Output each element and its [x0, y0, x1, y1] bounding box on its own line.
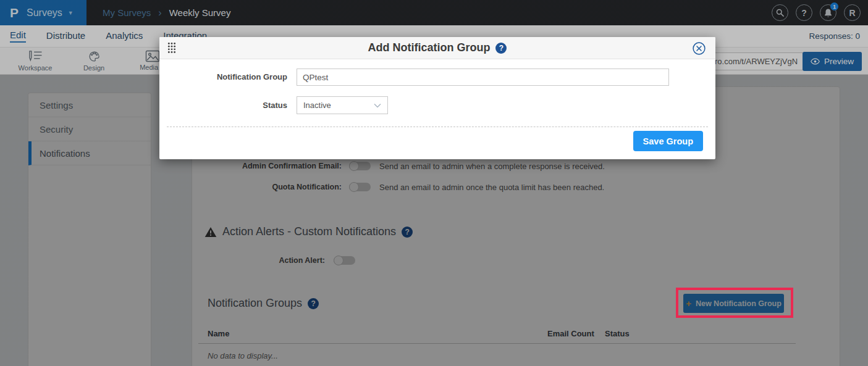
action-alert-label: Action Alert: — [192, 256, 325, 265]
eye-icon — [811, 58, 820, 65]
survey-url-input[interactable] — [709, 52, 806, 70]
admin-confirmation-toggle[interactable] — [349, 162, 371, 170]
toolbar-item-label: Design — [83, 64, 104, 72]
close-icon[interactable] — [692, 41, 706, 56]
design-palette-icon — [87, 50, 101, 63]
action-alerts-title: Action Alerts - Custom Notifications — [222, 225, 396, 238]
search-button[interactable] — [772, 4, 788, 21]
admin-confirmation-desc: Send an email to admin when a complete r… — [379, 162, 605, 171]
table-divider — [198, 343, 796, 344]
status-select-value: Inactive — [303, 101, 331, 110]
admin-confirmation-row: Admin Confirmation Email: Send an email … — [192, 159, 605, 173]
chevron-down-icon — [374, 103, 381, 108]
save-group-button[interactable]: Save Group — [633, 131, 703, 151]
breadcrumb: My Surveys › Weekly Survey — [103, 7, 230, 19]
breadcrumb-my-surveys[interactable]: My Surveys — [103, 7, 151, 18]
quota-notification-desc: Send an email to admin once the quota li… — [379, 183, 604, 192]
notifications-button[interactable]: 1 — [820, 4, 836, 21]
sidebar-item-label: Security — [40, 124, 73, 135]
toggle-knob — [349, 161, 359, 171]
sidebar-item-notifications[interactable]: Notifications — [28, 141, 151, 165]
save-group-label: Save Group — [643, 136, 693, 146]
toggle-knob — [349, 182, 359, 192]
sidebar-item-settings[interactable]: Settings — [28, 93, 151, 117]
product-label: Surveys — [27, 7, 62, 19]
help-icon: ? — [801, 8, 807, 18]
admin-confirmation-label: Admin Confirmation Email: — [192, 162, 342, 170]
workspace-icon — [27, 50, 43, 63]
modal-header: Add Notification Group ? — [159, 37, 715, 59]
warning-icon — [204, 227, 217, 238]
page: P Surveys ▼ My Surveys › Weekly Survey ?… — [0, 0, 868, 366]
action-alert-row: Action Alert: — [192, 253, 355, 268]
sidebar-item-label: Notifications — [40, 148, 90, 159]
table-header-email-count: Email Count — [547, 329, 594, 338]
search-icon — [775, 8, 785, 17]
notification-badge: 1 — [830, 2, 838, 10]
product-switcher[interactable]: P Surveys ▼ — [0, 0, 86, 25]
tab-analytics[interactable]: Analytics — [106, 30, 143, 42]
chevron-down-icon: ▼ — [68, 10, 74, 16]
avatar[interactable]: R — [844, 4, 861, 21]
questionpro-logo[interactable]: P — [10, 6, 19, 20]
avatar-initial: R — [849, 8, 855, 18]
settings-sidebar: Settings Security Notifications — [28, 93, 151, 366]
quota-notification-label: Quota Notification: — [192, 183, 342, 191]
tab-edit[interactable]: Edit — [10, 30, 26, 43]
toolbar-item-workspace[interactable]: Workspace — [9, 50, 61, 72]
table-empty-message: No data to display... — [208, 351, 278, 360]
topbar-actions: ? 1 R — [772, 4, 868, 21]
add-notification-group-modal: Add Notification Group ? Notification Gr… — [159, 37, 715, 159]
status-select[interactable]: Inactive — [297, 96, 388, 114]
help-button[interactable]: ? — [796, 4, 812, 21]
help-circle-icon[interactable]: ? — [495, 43, 507, 54]
tab-distribute[interactable]: Distribute — [46, 30, 85, 42]
quota-notification-toggle[interactable] — [349, 183, 371, 191]
notification-groups-title: Notification Groups — [208, 297, 302, 310]
status-label: Status — [159, 101, 287, 110]
annotation-highlight-box — [676, 288, 793, 318]
table-header-name: Name — [208, 329, 229, 338]
toolbar-item-design[interactable]: Design — [68, 50, 120, 72]
group-name-input[interactable] — [297, 69, 669, 86]
action-alerts-heading: Action Alerts - Custom Notifications ? — [204, 225, 413, 238]
sidebar-item-label: Settings — [40, 100, 73, 110]
responses-count: Responses: 0 — [809, 31, 860, 41]
breadcrumb-current-survey: Weekly Survey — [169, 7, 231, 18]
action-alert-toggle[interactable] — [334, 256, 355, 265]
modal-title-row: Add Notification Group ? — [159, 41, 715, 54]
preview-button-label: Preview — [824, 57, 854, 66]
breadcrumb-separator-icon: › — [158, 7, 161, 19]
notification-groups-heading: Notification Groups ? — [208, 297, 319, 310]
help-circle-icon[interactable]: ? — [402, 227, 413, 238]
top-navbar: P Surveys ▼ My Surveys › Weekly Survey ?… — [0, 0, 868, 25]
toolbar-item-label: Workspace — [19, 64, 53, 72]
preview-button[interactable]: Preview — [803, 52, 862, 71]
modal-title: Add Notification Group — [368, 41, 491, 54]
quota-notification-row: Quota Notification: Send an email to adm… — [192, 180, 604, 194]
help-circle-icon[interactable]: ? — [308, 298, 319, 309]
group-name-label: Notification Group — [159, 72, 287, 81]
modal-footer-divider — [167, 127, 708, 127]
media-library-icon — [145, 50, 160, 62]
table-header-status: Status — [605, 329, 630, 338]
sidebar-item-security[interactable]: Security — [28, 117, 151, 141]
toggle-knob — [334, 256, 343, 265]
